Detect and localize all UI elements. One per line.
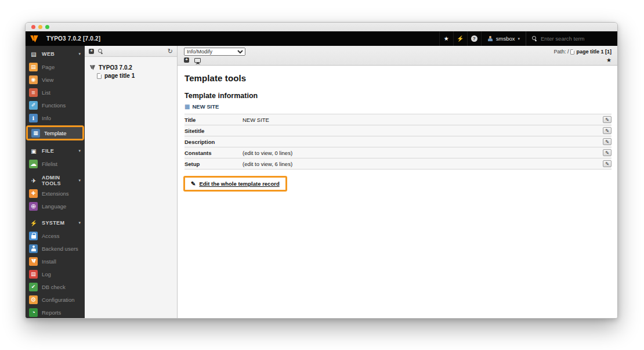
section-header-web[interactable]: WEB ▾ (26, 48, 85, 60)
edit-whole-template-link[interactable]: Edit the whole template record (191, 181, 280, 187)
table-row-setup: Setup (edit to view, 6 lines) (184, 158, 612, 169)
sidebar-item-label: Extensions (42, 190, 68, 197)
sidebar-item-page[interactable]: Page (26, 60, 85, 73)
section-file: FILE ▾ Filelist (26, 145, 85, 170)
search-input[interactable] (541, 35, 610, 42)
sidebar-item-db-check[interactable]: DB check (26, 280, 85, 293)
brand-version-label: TYPO3 7.0.2 [7.0.2] (46, 35, 100, 42)
path-prefix: Path: / (553, 49, 569, 55)
sidebar-item-extensions[interactable]: Extensions (26, 187, 85, 200)
section-header-file[interactable]: FILE ▾ (26, 145, 85, 157)
path-page-icon (570, 49, 574, 55)
user-menu[interactable]: smsbox ▾ (481, 31, 526, 46)
sidebar-item-label: Page (42, 64, 55, 70)
table-row-description: Description (184, 136, 612, 147)
clear-cache-button[interactable]: ⚡ (453, 31, 467, 46)
template-icon (31, 129, 40, 138)
sidebar-item-label: Install (42, 258, 56, 265)
section-system: SYSTEM ▾ Access Backend users (26, 217, 85, 318)
sidebar-item-log[interactable]: Log (26, 268, 85, 280)
sidebar-item-label: Filelist (42, 161, 57, 167)
sidebar-item-access[interactable]: Access (26, 229, 85, 242)
view-mode-select[interactable]: Info/Modify (184, 48, 245, 56)
sidebar-item-backend-users[interactable]: Backend users (26, 242, 85, 255)
minimize-window-button[interactable] (38, 25, 42, 29)
row-value: NEW SITE (243, 114, 596, 125)
template-record-icon (184, 104, 190, 110)
section-header-system[interactable]: SYSTEM ▾ (26, 217, 85, 229)
section-label: ADMIN TOOLS (42, 175, 74, 186)
cloud-icon (29, 160, 38, 168)
plug-icon (30, 220, 38, 226)
section-label: WEB (42, 51, 55, 57)
breadcrumb: Path: / page title 1 [1] (553, 49, 612, 55)
sidebar-item-label: List (42, 89, 50, 96)
row-value (243, 136, 596, 147)
section-header-admin-tools[interactable]: ADMIN TOOLS ▾ (26, 174, 85, 187)
row-value: (edit to view, 6 lines) (243, 158, 596, 169)
edit-title-button[interactable] (603, 116, 612, 123)
zoom-window-button[interactable] (45, 25, 49, 29)
globe-icon (29, 202, 38, 211)
list-icon (29, 88, 38, 97)
sidebar-item-install[interactable]: Install (26, 255, 85, 268)
sidebar-item-configuration[interactable]: Configuration (26, 293, 85, 306)
page-title: Template tools (184, 73, 612, 83)
content-body: Template tools Template information NEW … (178, 66, 617, 318)
eye-icon (29, 75, 38, 84)
tree-page-label: page title 1 (104, 73, 135, 79)
sidebar-item-label: Functions (42, 102, 66, 109)
row-value (243, 125, 596, 136)
annotation-highlight-edit-link: Edit the whole template record (183, 176, 287, 192)
help-button[interactable]: ? (467, 31, 481, 46)
filter-tree-icon[interactable] (98, 49, 103, 54)
sidebar-item-functions[interactable]: Functions (26, 99, 85, 111)
sidebar-item-label: Info (42, 115, 51, 121)
global-search (526, 31, 617, 46)
template-record-link[interactable]: NEW SITE (184, 103, 612, 110)
sidebar-item-info[interactable]: Info (26, 111, 85, 124)
rocket-icon (30, 178, 38, 184)
table-row-constants: Constants (edit to view, 0 lines) (184, 147, 612, 158)
sidebar-item-filelist[interactable]: Filelist (26, 157, 85, 170)
view-webpage-icon[interactable] (194, 58, 201, 63)
content-panel: Info/Modify Path: / page title 1 [1] (178, 46, 617, 318)
tree-page-node[interactable]: page title 1 (97, 73, 172, 79)
sidebar-item-template[interactable]: Template (28, 127, 82, 139)
edit-constants-button[interactable] (603, 149, 612, 156)
row-label: Setup (184, 158, 243, 169)
pencil-icon (191, 181, 196, 187)
refresh-tree-icon[interactable]: ↻ (168, 48, 173, 55)
sidebar-item-view[interactable]: View (26, 73, 85, 86)
topbar-right: ★ ⚡ ? smsbox ▾ (439, 31, 617, 46)
page-doc-icon (97, 73, 102, 79)
sidebar-item-language[interactable]: Language (26, 200, 85, 212)
new-record-icon[interactable] (184, 57, 189, 63)
template-record-name: NEW SITE (192, 103, 219, 110)
sidebar-item-list[interactable]: List (26, 86, 85, 99)
row-label: Description (184, 136, 243, 147)
chevron-down-icon: ▾ (518, 37, 520, 41)
sidebar-item-label: Log (42, 271, 51, 277)
bookmark-star-icon[interactable]: ★ (606, 57, 612, 63)
edit-description-button[interactable] (603, 138, 612, 145)
row-label: Sitetitle (184, 125, 243, 136)
puzzle-icon (29, 189, 38, 198)
bookmarks-button[interactable]: ★ (439, 31, 453, 46)
tree-root-node[interactable]: TYPO3 7.0.2 (89, 64, 172, 71)
edit-sitetitle-button[interactable] (603, 127, 612, 134)
gear-icon (29, 295, 38, 304)
chevron-down-icon: ▾ (78, 178, 81, 183)
username-label: smsbox (496, 35, 515, 42)
new-page-icon[interactable] (89, 49, 94, 54)
table-row-title: Title NEW SITE (184, 114, 612, 125)
section-label: SYSTEM (42, 220, 64, 226)
edit-setup-button[interactable] (603, 160, 612, 167)
screenshot-stage: TYPO3 7.0.2 [7.0.2] ★ ⚡ ? smsbox ▾ (0, 0, 644, 350)
sidebar-item-reports[interactable]: Reports (26, 306, 85, 318)
star-icon: ★ (444, 35, 449, 42)
typo3-logo-icon (30, 34, 39, 44)
close-window-button[interactable] (31, 25, 35, 29)
page-tree: TYPO3 7.0.2 page title 1 (85, 57, 177, 86)
user-avatar-icon (487, 36, 493, 42)
